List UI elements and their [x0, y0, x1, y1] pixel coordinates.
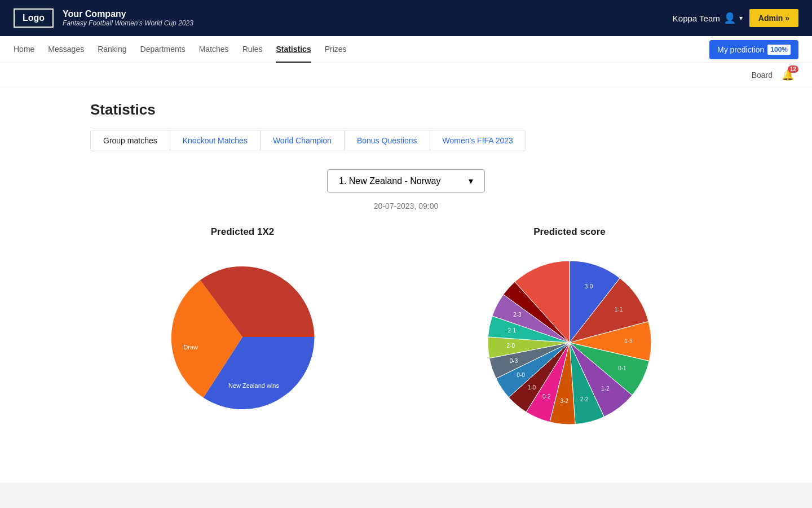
predicted-score-chart: Predicted score 3-01-11-30-11-22-23-20-2… [417, 226, 722, 439]
nav-statistics[interactable]: Statistics [276, 37, 311, 63]
pie2-label-3-0: 3-0 [585, 283, 593, 290]
pie2-label-0-2: 0-2 [542, 393, 551, 400]
page-title: Statistics [90, 101, 722, 119]
pie2-label-1-2: 1-2 [601, 386, 610, 392]
pie2-label-0-0: 0-0 [517, 372, 525, 378]
predicted-1x2-chart: Predicted 1X2 Norway wins Draw New Zeala… [90, 226, 395, 427]
pie2-wrapper: 3-01-11-30-11-22-23-20-21-00-00-32-02-12… [417, 247, 722, 439]
pie1-draw-label: Draw [183, 344, 198, 351]
tab-knockout-matches[interactable]: Knockout Matches [170, 130, 261, 151]
tab-world-champion[interactable]: World Champion [261, 130, 345, 151]
nav-rules[interactable]: Rules [242, 37, 263, 63]
pie2-label-2-3: 2-3 [513, 312, 522, 318]
user-info: Koppa Team 👤 ▾ [673, 12, 743, 24]
pie2-label-1-3: 1-3 [624, 338, 633, 344]
pie2-label-2-0: 2-0 [507, 343, 515, 349]
pie2-label-0-3: 0-3 [510, 358, 518, 364]
header: Logo Your Company Fantasy Football Women… [0, 0, 812, 36]
chart1-title: Predicted 1X2 [90, 226, 395, 238]
my-prediction-label: My prediction [717, 45, 764, 54]
nav-prizes[interactable]: Prizes [325, 37, 347, 63]
pie2-label-3-2: 3-2 [561, 398, 569, 404]
pie1-svg: Norway wins Draw New Zealand wins [152, 247, 333, 427]
user-icon[interactable]: 👤 [723, 12, 736, 24]
pie2-label-1-0: 1-0 [528, 384, 536, 391]
charts-row: Predicted 1X2 Norway wins Draw New Zeala… [90, 226, 722, 439]
nav-home[interactable]: Home [14, 37, 34, 63]
board-row: Board 🔔 12 [0, 63, 812, 87]
match-dropdown[interactable]: 1. New Zealand - Norway ▾ [327, 169, 485, 192]
dropdown-chevron-icon: ▾ [469, 176, 473, 186]
nav-bar: Home Messages Ranking Departments Matche… [0, 36, 812, 63]
pie2-label-1-1: 1-1 [615, 306, 623, 313]
pie1-nz-label: New Zealand wins [228, 382, 279, 389]
logo: Logo [14, 8, 54, 28]
tabs-container: Group matches Knockout Matches World Cha… [90, 130, 526, 151]
nav-messages[interactable]: Messages [48, 37, 84, 63]
match-selected-label: 1. New Zealand - Norway [339, 176, 441, 186]
pie1-wrapper: Norway wins Draw New Zealand wins [90, 247, 395, 427]
my-prediction-button[interactable]: My prediction 100% [709, 40, 798, 59]
nav-ranking[interactable]: Ranking [98, 37, 126, 63]
board-link[interactable]: Board [752, 71, 773, 80]
nav-links: Home Messages Ranking Departments Matche… [14, 37, 347, 63]
bell-container: 🔔 12 [782, 69, 794, 81]
prediction-pct-badge: 100% [767, 45, 791, 55]
pie2-label-0-1: 0-1 [618, 365, 626, 371]
chart2-title: Predicted score [417, 226, 722, 238]
match-date: 20-07-2023, 09:00 [90, 202, 722, 211]
tab-group-matches[interactable]: Group matches [91, 130, 170, 151]
pie2-label-2-1: 2-1 [508, 327, 516, 334]
match-selector-row: 1. New Zealand - Norway ▾ [90, 169, 722, 192]
nav-matches[interactable]: Matches [199, 37, 229, 63]
company-name: Your Company [63, 9, 193, 19]
header-left: Logo Your Company Fantasy Football Women… [14, 8, 193, 28]
notification-badge: 12 [788, 65, 798, 73]
admin-button[interactable]: Admin » [749, 9, 798, 27]
main-content: Statistics Group matches Knockout Matche… [0, 87, 812, 483]
tab-bonus-questions[interactable]: Bonus Questions [345, 130, 430, 151]
tab-womens-fifa[interactable]: Women's FIFA 2023 [430, 130, 526, 151]
pie2-label-2-2: 2-2 [580, 396, 589, 402]
header-right: Koppa Team 👤 ▾ Admin » [673, 9, 798, 27]
nav-departments[interactable]: Departments [140, 37, 186, 63]
pie2-svg: 3-01-11-30-11-22-23-20-21-00-00-32-02-12… [474, 247, 665, 439]
user-name: Koppa Team [673, 14, 720, 23]
company-subtitle: Fantasy Football Women's World Cup 2023 [63, 19, 193, 27]
chevron-down-icon: ▾ [739, 14, 743, 22]
company-info: Your Company Fantasy Football Women's Wo… [63, 9, 193, 27]
